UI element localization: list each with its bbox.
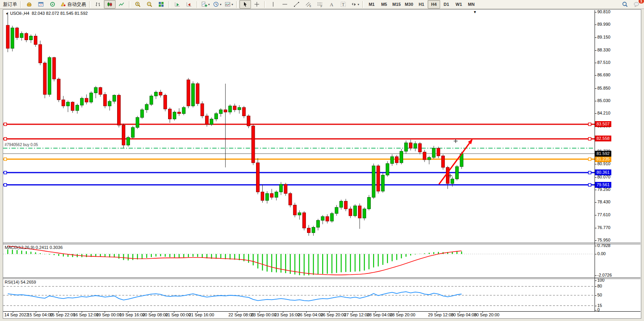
candle (131, 127, 134, 138)
toolbar-separator (168, 1, 170, 8)
date-tick-label: 22 Sep 08:00 (228, 312, 254, 317)
candle (238, 108, 241, 110)
periods-icon[interactable]: ▾ (211, 0, 223, 9)
price-tick: 76.770 (597, 225, 611, 230)
arrows-icon[interactable]: ▾ (349, 0, 361, 9)
candle (39, 44, 42, 63)
candle (279, 184, 283, 192)
timeframe-button-mn[interactable]: MN (465, 0, 477, 9)
macd-pane[interactable] (3, 244, 595, 277)
new-chart-icon[interactable]: ▾ (200, 0, 211, 9)
rsi-tick: 15 (597, 303, 602, 308)
gold-nugget-icon[interactable] (23, 0, 35, 9)
line-anchor[interactable] (4, 138, 7, 140)
candle (113, 95, 116, 101)
date-tick-label: 30 Sep 04:00 (451, 312, 476, 317)
candle (43, 63, 46, 95)
vertical-line-icon[interactable] (267, 0, 279, 9)
new-order-button[interactable]: 新订单 (2, 0, 19, 9)
price-tick: 84.210 (597, 111, 611, 115)
crosshair-icon[interactable] (251, 0, 263, 9)
price-tick: 90.810 (597, 9, 611, 14)
macd-tick: 0.00 (597, 251, 605, 256)
line-anchor[interactable] (4, 183, 7, 186)
line-anchor[interactable] (4, 171, 7, 174)
price-tick: 89.150 (597, 35, 611, 39)
svg-text:A: A (330, 2, 333, 7)
text-label-icon[interactable]: T (337, 0, 349, 9)
candle (224, 110, 227, 112)
date-tick-label: 15 Sep 22:00 (50, 312, 75, 317)
candle (34, 36, 37, 45)
date-tick-label: 26 Sep 20:00 (321, 312, 346, 317)
search-button[interactable] (619, 0, 631, 9)
candle (418, 144, 421, 152)
timeframe-button-h4[interactable]: H4 (428, 0, 440, 9)
bar-high: 82.072 (46, 11, 59, 16)
auto-scroll-icon[interactable] (172, 0, 183, 9)
zoom-out-icon[interactable] (144, 0, 155, 9)
line-anchor[interactable] (588, 183, 591, 186)
chart-shift-icon[interactable] (183, 0, 195, 9)
cursor-icon[interactable] (239, 0, 251, 9)
timeframe-button-m5[interactable]: M5 (378, 0, 390, 9)
candle (85, 98, 88, 102)
timeframe-button-m30[interactable]: M30 (403, 0, 415, 9)
cross-marker[interactable] (454, 139, 458, 143)
window-edge-bottom (0, 319, 644, 321)
timeframe-button-w1[interactable]: W1 (453, 0, 465, 9)
rsi-tick: 80 (597, 284, 602, 288)
line-anchor[interactable] (588, 158, 591, 160)
notifications-button[interactable]: 1 (631, 0, 642, 9)
candle (252, 126, 255, 163)
candle (354, 206, 357, 216)
current-price-tag: 81.592 (595, 151, 611, 157)
toolbar-separator (129, 1, 130, 8)
candle (205, 116, 209, 125)
candle (191, 84, 195, 106)
candle (409, 143, 412, 148)
trendline-icon[interactable] (291, 0, 302, 9)
date-tick-label: 23 Sep 00:00 (251, 312, 276, 317)
mt4-window: 新订单自动交易▾▾▾EFAT▾M1M5M15M30H1H4D1W1MN1 90.… (0, 0, 644, 321)
candle (363, 209, 366, 218)
templates-icon[interactable]: ▾ (223, 0, 235, 9)
timeframe-button-d1[interactable]: D1 (440, 0, 453, 9)
price-tick: 85.030 (597, 98, 611, 103)
line-anchor[interactable] (588, 171, 591, 174)
candle (391, 157, 394, 164)
text-icon[interactable]: A (326, 0, 337, 9)
equidistant-channel-icon[interactable]: E (302, 0, 314, 9)
rsi-pane[interactable] (3, 279, 595, 311)
candle (303, 213, 306, 228)
candle (358, 206, 361, 218)
line-chart-icon[interactable] (116, 0, 127, 9)
candlestick-chart-icon[interactable] (104, 0, 116, 9)
timeframe-button-m1[interactable]: M1 (365, 0, 378, 9)
line-anchor[interactable] (588, 138, 591, 140)
chart-title-dropdown-icon[interactable]: ▼ (5, 12, 9, 16)
timeframe-button-h1[interactable]: H1 (415, 0, 428, 9)
candle (275, 192, 278, 198)
auto-trading-button[interactable]: 自动交易 (58, 0, 88, 9)
line-anchor[interactable] (4, 158, 7, 160)
chart-context-arrow-icon[interactable]: ▼ (473, 10, 477, 14)
signal-icon[interactable] (47, 0, 58, 9)
zoom-in-icon[interactable] (132, 0, 144, 9)
main-chart-pane[interactable] (3, 10, 595, 243)
fibonacci-icon[interactable]: F (314, 0, 326, 9)
horizontal-line-icon[interactable] (279, 0, 291, 9)
chart-window-icon[interactable] (35, 0, 47, 9)
candle (57, 79, 60, 100)
tile-windows-icon[interactable] (155, 0, 167, 9)
candle (293, 205, 297, 215)
bar-chart-icon[interactable] (92, 0, 104, 9)
candle (367, 198, 370, 209)
line-anchor[interactable] (588, 123, 591, 125)
candle (80, 98, 83, 105)
line-anchor[interactable] (4, 123, 7, 125)
timeframe-button-m15[interactable]: M15 (390, 0, 403, 9)
price-tick: 79.250 (597, 187, 611, 192)
candle (6, 25, 9, 48)
candle (140, 110, 144, 118)
